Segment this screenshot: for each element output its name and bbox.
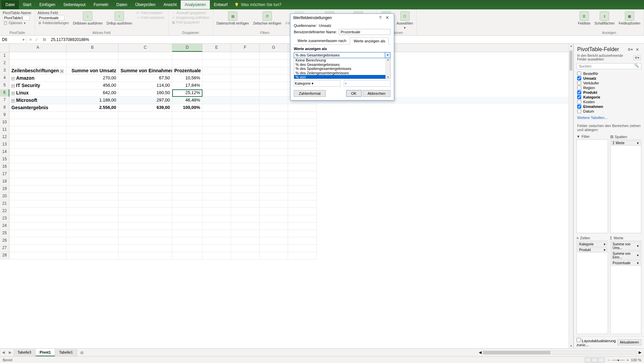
cell[interactable] [9, 230, 66, 237]
cell[interactable] [172, 163, 202, 171]
row-header[interactable]: 11 [0, 126, 9, 134]
timeline-button[interactable]: ⏱Zeitachse einfügen [252, 11, 282, 26]
cell[interactable]: 270,00 [66, 75, 119, 82]
cell[interactable] [202, 215, 231, 223]
cell[interactable] [260, 52, 288, 60]
field-checkbox[interactable]: Kategorie [577, 95, 641, 99]
cell[interactable] [231, 60, 260, 67]
field-checkbox[interactable]: Produkt [577, 90, 641, 95]
cell[interactable] [260, 67, 288, 75]
column-header[interactable]: E [202, 44, 231, 52]
cell[interactable] [231, 171, 260, 178]
cell[interactable]: 67,50 [119, 75, 172, 82]
row-header[interactable]: 12 [0, 134, 9, 141]
cell[interactable] [172, 60, 202, 67]
cell[interactable] [9, 60, 66, 67]
cell[interactable] [66, 215, 119, 223]
cell[interactable] [202, 67, 231, 75]
pane-search-input[interactable] [577, 64, 632, 69]
tab-start[interactable]: Start [19, 0, 35, 9]
cell[interactable] [260, 186, 288, 193]
listbox-scrollbar[interactable]: ▲▼ [385, 58, 390, 79]
cell[interactable] [66, 119, 119, 126]
cell[interactable] [231, 104, 260, 112]
cell[interactable] [260, 163, 288, 171]
cell[interactable] [172, 237, 202, 245]
dialog-close-icon[interactable]: ✕ [383, 15, 391, 20]
pivottable-options-button[interactable]: 📋Optionen ▾ [3, 21, 32, 25]
tab-entwurf[interactable]: Entwurf [210, 0, 232, 9]
cell[interactable] [231, 67, 260, 75]
pivottable-name-input[interactable] [3, 15, 30, 21]
cell[interactable] [260, 89, 288, 97]
pane-settings-icon[interactable]: ⚙▾ [626, 47, 634, 52]
cell[interactable] [172, 193, 202, 200]
cell[interactable] [9, 208, 66, 215]
cell[interactable] [231, 200, 260, 208]
cell[interactable] [288, 134, 317, 141]
defer-layout-checkbox[interactable]: Layoutaktualisierung zurüc... [577, 338, 617, 347]
expand-icon[interactable]: + [11, 84, 15, 88]
cell[interactable] [202, 193, 231, 200]
tab-einfuegen[interactable]: Einfügen [35, 0, 59, 9]
cell[interactable]: 160,50 [119, 89, 172, 97]
cell[interactable] [231, 119, 260, 126]
cell[interactable] [202, 230, 231, 237]
view-normal-button[interactable] [585, 358, 591, 362]
row-header[interactable]: 7 [0, 97, 9, 104]
cell[interactable] [260, 156, 288, 163]
cell[interactable] [202, 208, 231, 215]
cell[interactable] [231, 134, 260, 141]
cell[interactable]: Gesamtergebnis [9, 104, 66, 112]
sheet-tab[interactable]: Tabelle3 [13, 349, 36, 356]
cell[interactable] [288, 178, 317, 186]
basis-item-select[interactable]: ▾ [344, 80, 390, 87]
cell[interactable] [231, 193, 260, 200]
cell[interactable] [172, 178, 202, 186]
row-header[interactable]: 13 [0, 141, 9, 149]
cell[interactable] [119, 149, 172, 156]
cell[interactable]: Summe von Umsatz [66, 67, 119, 75]
cell[interactable] [260, 75, 288, 82]
cell[interactable] [260, 223, 288, 230]
cell[interactable] [9, 193, 66, 200]
add-sheet-button[interactable]: ⊕ [77, 350, 87, 355]
cell[interactable] [172, 149, 202, 156]
cell[interactable]: 10,56% [172, 75, 202, 82]
row-header[interactable]: 3 [0, 67, 9, 75]
cell[interactable] [288, 149, 317, 156]
cell[interactable] [202, 75, 231, 82]
row-header[interactable]: 5 [0, 82, 9, 89]
cell[interactable] [119, 126, 172, 134]
row-header[interactable]: 2 [0, 60, 9, 67]
cell[interactable] [9, 215, 66, 223]
cell[interactable] [119, 230, 172, 237]
cell[interactable] [119, 200, 172, 208]
cell[interactable]: 46,48% [172, 97, 202, 104]
row-header[interactable]: 8 [0, 104, 9, 112]
area-pill[interactable]: Produkt▾ [578, 247, 607, 252]
cell[interactable]: 456,00 [66, 82, 119, 89]
cell[interactable] [202, 178, 231, 186]
cell[interactable] [260, 178, 288, 186]
cell[interactable] [172, 134, 202, 141]
cell[interactable] [66, 252, 119, 259]
cell[interactable]: +Microsoft [9, 97, 66, 104]
cell[interactable] [202, 223, 231, 230]
row-header[interactable]: 9 [0, 112, 9, 119]
area-pill[interactable]: Prozentuale▾ [611, 260, 641, 266]
cell[interactable] [9, 149, 66, 156]
field-checkbox[interactable]: BestellNr [577, 71, 641, 76]
cell[interactable] [9, 237, 66, 245]
cell[interactable] [260, 200, 288, 208]
cell[interactable] [9, 223, 66, 230]
sheet-tab[interactable]: Pivot1 [36, 349, 55, 356]
cell[interactable] [231, 245, 260, 252]
row-header[interactable]: 22 [0, 208, 9, 215]
dialog-tab-summarize[interactable]: Werte zusammenfassen nach [294, 37, 350, 44]
cell[interactable] [172, 156, 202, 163]
row-header[interactable]: 19 [0, 186, 9, 193]
cell[interactable] [260, 60, 288, 67]
pane-search[interactable]: 🔍 [577, 63, 641, 69]
field-checkbox[interactable]: Verkäufer [577, 81, 641, 85]
